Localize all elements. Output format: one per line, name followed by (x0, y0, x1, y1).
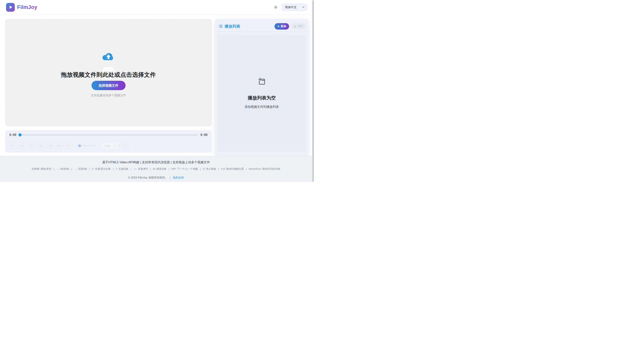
dropzone-heading: 拖放视频文件到此处或点击选择文件 (61, 71, 156, 79)
language-select[interactable]: 简体中文 (282, 4, 307, 11)
playlist-title: 播放列表 (225, 24, 240, 29)
player-controls-panel: 0:00 0:00 (5, 130, 212, 153)
copyright-separator: | (170, 176, 171, 179)
stop-icon (21, 144, 24, 147)
play-icon (11, 144, 14, 147)
volume-slider[interactable] (77, 145, 96, 146)
footer-shortcuts: 空格键: 播放/暂停 | →: 前进5秒 | ←: 后退5秒 | F: 全屏/退… (0, 167, 312, 171)
playback-speed-select[interactable]: 1.0x (102, 142, 119, 149)
page-footer: 基于HTML5 Video API构建 | 支持所有现代浏览器 | 支持拖放上传… (0, 156, 312, 182)
add-to-playlist-icon (257, 77, 267, 85)
plus-icon: + (277, 24, 280, 28)
total-time: 0:00 (201, 133, 208, 137)
rewind-button[interactable] (47, 142, 54, 149)
brand: FilmJoy (6, 3, 37, 12)
stop-button[interactable] (19, 142, 26, 149)
theme-toggle-sun-icon[interactable] (273, 5, 278, 10)
copyright-text: © 2025 FilmJoy. 保留所有权利。 (128, 176, 168, 179)
volume-icon (67, 144, 71, 147)
chevron-down-icon (114, 145, 116, 146)
playlist-panel: 播放列表 + 添加 清空 播放列表为空 添加视频文 (215, 19, 309, 156)
video-dropzone[interactable]: 拖放视频文件到此处或点击选择文件 选择视频文件 支持批量添加多个视频文件 (5, 19, 212, 126)
app-logo-play-icon (6, 3, 15, 12)
fullscreen-icon (124, 144, 127, 147)
mute-button[interactable] (65, 142, 73, 149)
privacy-policy-link[interactable]: 隐私政策 (173, 176, 184, 179)
playlist-list-icon (218, 24, 223, 28)
fast-forward-icon (58, 144, 61, 147)
playback-speed-value: 1.0x (104, 144, 110, 147)
language-select-value: 简体中文 (285, 5, 297, 9)
playlist-clear-button[interactable]: 清空 (291, 23, 306, 30)
vertical-scrollbar[interactable] (312, 0, 314, 182)
skip-forward-icon (39, 144, 42, 147)
playlist-add-label: 添加 (281, 24, 286, 28)
app-header: FilmJoy 简体中文 (0, 0, 312, 15)
volume-slider-thumb[interactable] (78, 145, 81, 147)
playlist-empty-state: 播放列表为空 添加视频文件到播放列表 (218, 35, 306, 151)
fullscreen-button[interactable] (122, 142, 129, 149)
skip-back-icon (30, 144, 33, 147)
playlist-add-button[interactable]: + 添加 (274, 23, 289, 30)
previous-video-button[interactable] (28, 142, 35, 149)
next-video-button[interactable] (37, 142, 44, 149)
rewind-icon (49, 144, 52, 147)
playlist-clear-label: 清空 (298, 24, 303, 28)
main-content: 拖放视频文件到此处或点击选择文件 选择视频文件 支持批量添加多个视频文件 0:0… (0, 15, 312, 156)
fast-forward-button[interactable] (56, 142, 63, 149)
progress-slider[interactable] (19, 135, 198, 136)
app-title: FilmJoy (17, 4, 37, 10)
current-time: 0:00 (9, 133, 16, 137)
scrollbar-thumb[interactable] (313, 0, 314, 182)
play-button[interactable] (9, 142, 16, 149)
playlist-empty-hint: 添加视频文件到播放列表 (245, 105, 279, 109)
chevron-down-icon (302, 6, 305, 8)
dropzone-hint: 支持批量添加多个视频文件 (91, 94, 126, 97)
playlist-empty-title: 播放列表为空 (248, 95, 276, 101)
progress-slider-thumb[interactable] (18, 133, 22, 137)
footer-tagline: 基于HTML5 Video API构建 | 支持所有现代浏览器 | 支持拖放上传… (0, 160, 312, 164)
trash-icon (294, 25, 297, 28)
cloud-upload-icon (101, 52, 116, 63)
select-video-files-button[interactable]: 选择视频文件 (91, 81, 126, 90)
